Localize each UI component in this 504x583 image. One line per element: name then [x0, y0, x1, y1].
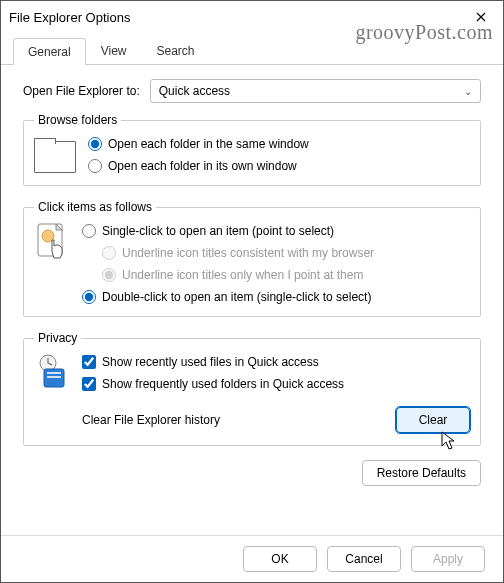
- radio-single-click-input[interactable]: [82, 224, 96, 238]
- checkbox-frequent-folders[interactable]: Show frequently used folders in Quick ac…: [82, 377, 470, 391]
- checkbox-recent-files-label: Show recently used files in Quick access: [102, 355, 319, 369]
- tab-general[interactable]: General: [13, 38, 86, 65]
- radio-own-window-input[interactable]: [88, 159, 102, 173]
- privacy-legend: Privacy: [34, 331, 81, 345]
- radio-underline-browser-input: [102, 246, 116, 260]
- dialog-window: File Explorer Options groovyPost.com Gen…: [0, 0, 504, 583]
- browse-folders-legend: Browse folders: [34, 113, 121, 127]
- radio-double-click-input[interactable]: [82, 290, 96, 304]
- radio-single-click-label: Single-click to open an item (point to s…: [102, 224, 334, 238]
- title-bar: File Explorer Options: [1, 1, 503, 33]
- click-items-group: Click items as follows Single-click to o…: [23, 200, 481, 317]
- click-icon: [34, 222, 70, 271]
- checkbox-recent-files[interactable]: Show recently used files in Quick access: [82, 355, 470, 369]
- radio-underline-browser: Underline icon titles consistent with my…: [102, 246, 470, 260]
- radio-underline-browser-label: Underline icon titles consistent with my…: [122, 246, 374, 260]
- svg-rect-4: [47, 372, 61, 374]
- radio-underline-point-label: Underline icon titles only when I point …: [122, 268, 363, 282]
- open-explorer-select[interactable]: Quick access ⌄: [150, 79, 481, 103]
- open-explorer-label: Open File Explorer to:: [23, 84, 140, 98]
- window-title: File Explorer Options: [9, 10, 459, 25]
- privacy-group: Privacy Show recently used files in Quic…: [23, 331, 481, 446]
- tab-view[interactable]: View: [86, 37, 142, 64]
- radio-underline-point-input: [102, 268, 116, 282]
- radio-own-window[interactable]: Open each folder in its own window: [88, 159, 470, 173]
- click-items-legend: Click items as follows: [34, 200, 156, 214]
- clear-button[interactable]: Clear: [396, 407, 470, 433]
- chevron-down-icon: ⌄: [464, 86, 472, 97]
- radio-underline-point: Underline icon titles only when I point …: [102, 268, 470, 282]
- clear-history-row: Clear File Explorer history Clear: [82, 407, 470, 433]
- dialog-content: Open File Explorer to: Quick access ⌄ Br…: [1, 65, 503, 496]
- dialog-footer: OK Cancel Apply: [1, 535, 503, 582]
- tab-search[interactable]: Search: [142, 37, 210, 64]
- close-button[interactable]: [459, 1, 503, 33]
- clear-history-label: Clear File Explorer history: [82, 413, 220, 427]
- folder-icon: [34, 141, 76, 173]
- radio-own-window-label: Open each folder in its own window: [108, 159, 297, 173]
- radio-same-window[interactable]: Open each folder in the same window: [88, 137, 470, 151]
- open-explorer-row: Open File Explorer to: Quick access ⌄: [23, 79, 481, 103]
- browse-folders-group: Browse folders Open each folder in the s…: [23, 113, 481, 186]
- apply-button: Apply: [411, 546, 485, 572]
- checkbox-recent-files-input[interactable]: [82, 355, 96, 369]
- radio-single-click[interactable]: Single-click to open an item (point to s…: [82, 224, 470, 238]
- cancel-button[interactable]: Cancel: [327, 546, 401, 572]
- checkbox-frequent-folders-input[interactable]: [82, 377, 96, 391]
- open-explorer-value: Quick access: [159, 84, 230, 98]
- restore-row: Restore Defaults: [23, 460, 481, 486]
- ok-button[interactable]: OK: [243, 546, 317, 572]
- radio-double-click-label: Double-click to open an item (single-cli…: [102, 290, 371, 304]
- svg-rect-5: [47, 376, 61, 378]
- restore-defaults-button[interactable]: Restore Defaults: [362, 460, 481, 486]
- radio-double-click[interactable]: Double-click to open an item (single-cli…: [82, 290, 470, 304]
- tab-strip: General View Search: [1, 33, 503, 65]
- checkbox-frequent-folders-label: Show frequently used folders in Quick ac…: [102, 377, 344, 391]
- privacy-icon: [34, 353, 70, 396]
- radio-same-window-input[interactable]: [88, 137, 102, 151]
- close-icon: [476, 12, 486, 22]
- radio-same-window-label: Open each folder in the same window: [108, 137, 309, 151]
